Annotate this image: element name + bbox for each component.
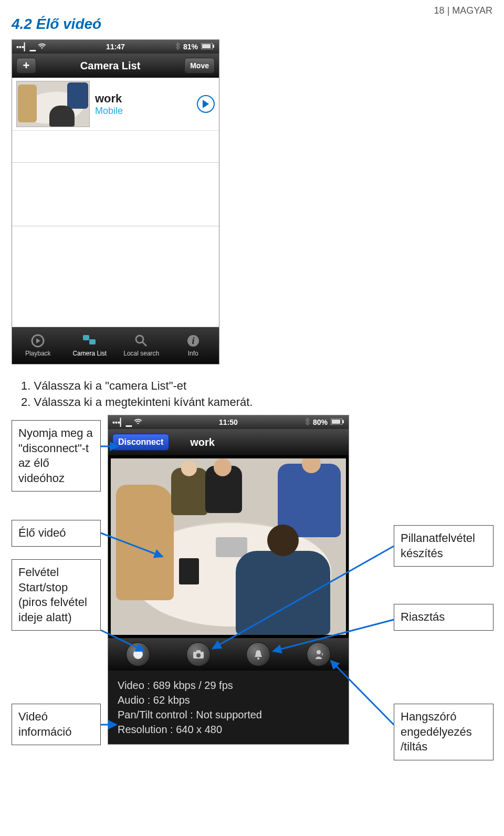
tab-playback[interactable]: Playback	[12, 327, 64, 364]
page: 18 | MAGYAR 4.2 Élő videó ▪▪▪▏▁ 11:47 81…	[0, 0, 504, 836]
nav-bar: Disconnect work	[108, 429, 349, 455]
record-button[interactable]	[126, 642, 150, 666]
info-audio: Audio : 62 kbps	[118, 693, 339, 707]
svg-point-17	[196, 653, 201, 657]
callout-record: Felvétel Start/stop (piros felvétel idej…	[12, 559, 101, 631]
svg-rect-6	[89, 339, 96, 344]
svg-marker-4	[36, 338, 40, 343]
signal-icon: ▪▪▪▏▁	[112, 418, 132, 426]
wifi-icon	[38, 43, 46, 51]
battery-percent: 80%	[313, 418, 328, 426]
tab-info[interactable]: i Info	[167, 327, 219, 364]
tab-label: Playback	[25, 350, 51, 357]
svg-point-7	[136, 336, 143, 343]
instruction-1: 1. Válassza ki a "camera List"-et	[21, 378, 253, 394]
screenshot-camera-list: ▪▪▪▏▁ 11:47 81% + Camera List Move	[12, 39, 219, 364]
camera-sub: Mobile	[95, 106, 197, 117]
svg-rect-13	[332, 420, 340, 424]
svg-text:i: i	[192, 336, 194, 346]
page-number: 18	[434, 5, 445, 16]
instruction-2: 2. Válassza ki a megtekinteni kívánt kam…	[21, 394, 253, 411]
svg-rect-16	[196, 650, 201, 653]
list-item[interactable]: work Mobile	[12, 78, 219, 131]
svg-rect-1	[213, 45, 214, 48]
camera-list: work Mobile	[12, 78, 219, 327]
svg-point-18	[257, 657, 259, 660]
snapshot-button[interactable]	[186, 642, 211, 666]
add-button[interactable]: +	[16, 58, 36, 74]
battery-icon	[201, 43, 215, 51]
camera-name: work	[95, 92, 197, 106]
tab-camera-list[interactable]: Camera List	[64, 327, 116, 364]
callout-video-info: Videó információ	[12, 704, 101, 745]
callout-alarm: Riasztás	[394, 604, 494, 631]
info-resolution: Resolution : 640 x 480	[118, 722, 339, 737]
nav-title: Camera List	[36, 60, 184, 72]
info-video: Video : 689 kbps / 29 fps	[118, 678, 339, 693]
tab-bar: Playback Camera List Local search i Info	[12, 327, 219, 364]
status-time: 11:50	[190, 418, 267, 426]
instructions: 1. Válassza ki a "camera List"-et 2. Vál…	[21, 378, 253, 411]
svg-rect-2	[202, 44, 211, 48]
alarm-button[interactable]	[246, 642, 270, 666]
wifi-icon	[134, 418, 142, 426]
status-time: 11:47	[82, 43, 149, 51]
nav-title: work	[169, 436, 344, 448]
section-title: 4.2 Élő videó	[12, 16, 101, 33]
svg-point-14	[133, 650, 143, 659]
battery-icon	[331, 418, 344, 426]
status-bar: ▪▪▪▏▁ 11:50 80%	[108, 415, 349, 429]
svg-rect-12	[342, 420, 344, 423]
bluetooth-icon	[175, 43, 180, 51]
svg-line-8	[142, 342, 146, 346]
open-camera-icon[interactable]	[197, 95, 215, 113]
speaker-button[interactable]	[307, 642, 331, 666]
page-header: 18 | MAGYAR	[434, 5, 492, 16]
tab-local-search[interactable]: Local search	[116, 327, 167, 364]
camera-thumbnail	[16, 81, 90, 127]
disconnect-button[interactable]: Disconnect	[112, 434, 169, 451]
info-icon: i	[185, 334, 201, 348]
info-pantilt: Pan/Tilt control : Not supported	[118, 707, 339, 722]
video-info-panel: Video : 689 kbps / 29 fps Audio : 62 kbp…	[108, 671, 349, 744]
svg-rect-5	[83, 335, 89, 340]
tab-label: Camera List	[72, 350, 107, 357]
svg-point-19	[317, 650, 321, 654]
control-bar	[108, 638, 349, 671]
camera-list-icon	[82, 334, 98, 348]
live-video-frame[interactable]	[111, 458, 346, 635]
tab-label: Info	[188, 350, 198, 357]
bluetooth-icon	[304, 418, 310, 427]
move-button[interactable]: Move	[184, 58, 215, 74]
nav-bar: + Camera List Move	[12, 54, 219, 78]
callout-speaker: Hangszóró engedélyezés /tiltás	[394, 704, 494, 760]
callout-live-video: Élő videó	[12, 520, 101, 547]
playback-icon	[30, 334, 46, 348]
callout-snapshot: Pillanatfelvétel készítés	[394, 525, 494, 567]
page-lang: MAGYAR	[452, 5, 492, 16]
search-icon	[133, 334, 149, 348]
tab-label: Local search	[123, 350, 159, 357]
screenshot-live-view: ▪▪▪▏▁ 11:50 80% Disconnect work	[108, 415, 349, 745]
signal-icon: ▪▪▪▏▁	[16, 43, 36, 51]
callout-disconnect: Nyomja meg a "disconnect"-t az élő videó…	[12, 420, 101, 492]
status-bar: ▪▪▪▏▁ 11:47 81%	[12, 40, 219, 54]
battery-percent: 81%	[183, 43, 198, 51]
